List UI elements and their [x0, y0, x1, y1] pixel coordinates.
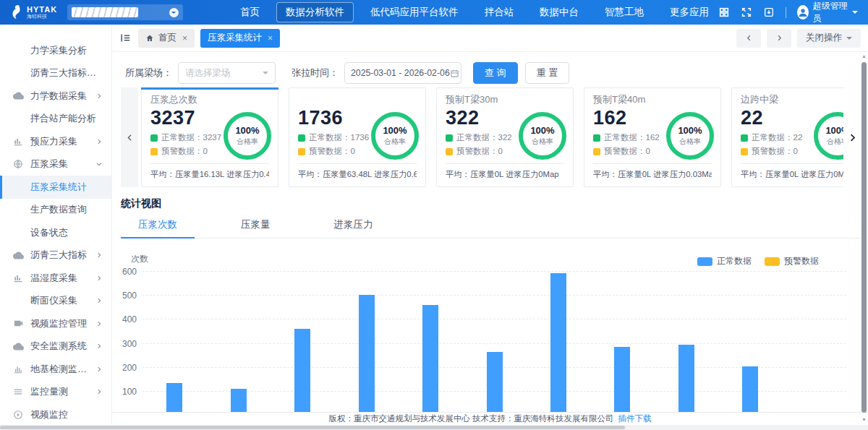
date-range-input[interactable]: 2025-03-01 - 2026-02-06 [344, 62, 461, 84]
sidebar-item-1[interactable]: 力学采集分析 [0, 39, 111, 62]
chart-icon [13, 273, 25, 283]
legend-swatch [697, 257, 712, 266]
apps-grid-icon[interactable] [718, 7, 730, 18]
chart-bar-6[interactable] [487, 352, 503, 416]
close-icon[interactable]: × [268, 33, 273, 43]
yellow-square-icon [150, 148, 158, 155]
brand-logo[interactable]: HYTAK 海特科技 [10, 5, 57, 20]
nav-item-7[interactable]: 更多应用 [660, 2, 718, 22]
horizontal-scrollbar-thumb[interactable] [0, 426, 625, 429]
nav-item-4[interactable]: 拌合站 [475, 2, 523, 22]
legend-item-2[interactable]: 预警数据 [765, 255, 819, 267]
chart-bar-8[interactable] [614, 347, 630, 416]
chart-bar-3[interactable] [294, 329, 310, 416]
nav-item-1[interactable]: 首页 [231, 2, 269, 22]
sidebar-item-8[interactable]: 生产数据查询 [0, 199, 111, 222]
download-box-icon[interactable] [763, 7, 775, 18]
nav-item-2[interactable]: 数据分析软件 [276, 2, 354, 22]
stats-view-title: 统计视图 [121, 197, 861, 210]
sidebar-item-5[interactable]: 预应力采集 [0, 130, 111, 153]
vertical-scrollbar[interactable]: ▲ ▼ [861, 53, 867, 423]
yellow-square-icon [446, 148, 453, 155]
pass-rate-label: 合格率 [532, 137, 553, 147]
user-menu[interactable]: 超级管理员 [797, 0, 858, 25]
sidebar-item-12[interactable]: 断面仪采集 [0, 290, 111, 313]
cloud-icon [13, 250, 25, 261]
card-average-text: 平均：压浆量16.13L 进浆压力0.42Map [150, 169, 269, 180]
green-square-icon [593, 134, 600, 142]
query-button[interactable]: 查 询 [473, 62, 518, 84]
sidebar-item-11[interactable]: 温湿度采集 [0, 267, 111, 290]
site-select-placeholder: 请选择梁场 [185, 67, 231, 79]
warning-data-text: 预警数据：0 [456, 146, 503, 157]
sidebar-item-14[interactable]: 安全监测系统 [0, 335, 111, 358]
summary-card-1[interactable]: 压浆总次数3237正常数据：3237预警数据：0100%合格率平均：压浆量16.… [141, 87, 278, 187]
sidebar-item-10[interactable]: 沥青三大指标 [0, 244, 111, 267]
summary-cards: 压浆总次数3237正常数据：3237预警数据：0100%合格率平均：压浆量16.… [141, 87, 843, 187]
sidebar-item-6[interactable]: 压浆采集 [0, 153, 111, 176]
main-area: 首页×压浆采集统计× 关闭操作 所属梁场： 请选择梁场 [112, 25, 868, 430]
date-filter-label: 张拉时间： [292, 66, 339, 79]
chart-bar-7[interactable] [550, 273, 566, 416]
page-tab-2[interactable]: 压浆采集统计× [200, 29, 280, 48]
nav-item-5[interactable]: 数据中台 [530, 2, 588, 22]
sidebar-item-label: 生产数据查询 [30, 203, 103, 216]
tabs-scroll-left-button[interactable] [736, 29, 761, 48]
open-page-tabs: 首页×压浆采集统计× [138, 29, 280, 48]
fullscreen-icon[interactable] [741, 7, 752, 18]
normal-data-text: 正常数据：22 [752, 132, 802, 143]
scroll-up-arrow-icon[interactable]: ▲ [861, 53, 867, 59]
nav-item-6[interactable]: 智慧工地 [595, 2, 653, 22]
warning-data-text: 预警数据：0 [309, 146, 355, 157]
vertical-scrollbar-thumb[interactable] [861, 62, 867, 413]
close-icon[interactable]: × [182, 33, 187, 43]
chart-bar-9[interactable] [678, 345, 694, 416]
horizontal-scrollbar[interactable] [0, 425, 868, 430]
chevron-right-icon [95, 343, 103, 350]
stats-tab-1[interactable]: 压浆次数 [121, 212, 195, 238]
summary-card-4[interactable]: 预制T梁40m162正常数据：162预警数据：0100%合格率平均：压浆量0L … [584, 87, 721, 187]
green-square-icon [150, 134, 158, 142]
sidebar-item-9[interactable]: 设备状态 [0, 221, 111, 244]
sidebar-item-3[interactable]: 力学数据采集 [0, 85, 111, 108]
reset-button[interactable]: 重 置 [525, 62, 570, 84]
sidebar-item-16[interactable]: 监控量测 [0, 381, 111, 404]
legend-item-1[interactable]: 正常数据 [697, 255, 752, 267]
page-tab-1[interactable]: 首页× [138, 29, 195, 48]
summary-card-2[interactable]: 1736正常数据：1736预警数据：0100%合格率平均：压浆量63.48L 进… [289, 87, 426, 187]
chart-bar-5[interactable] [422, 305, 438, 416]
sidebar-item-7[interactable]: 压浆采集统计 [0, 176, 111, 199]
scroll-down-arrow-icon[interactable]: ▼ [861, 417, 867, 423]
stats-tab-2[interactable]: 压浆量 [224, 212, 288, 238]
plugin-download-link[interactable]: 插件下载 [618, 413, 652, 424]
green-square-icon [446, 134, 453, 142]
chart-bar-4[interactable] [359, 295, 375, 416]
legend-swatch [765, 257, 780, 266]
sidebar-item-2[interactable]: 沥青三大指标分析 [0, 62, 111, 85]
page-content: 所属梁场： 请选择梁场 张拉时间： 2025-03-01 - 2026-02-0… [112, 52, 868, 430]
project-select[interactable] [67, 4, 183, 20]
sidebar-item-label: 监控量测 [30, 385, 95, 398]
site-select[interactable]: 请选择梁场 [178, 62, 276, 84]
chart-bar-1[interactable] [166, 383, 182, 416]
pass-rate-label: 合格率 [827, 137, 843, 147]
tabs-scroll-right-button[interactable] [767, 29, 791, 48]
pass-rate-ring: 100%合格率 [224, 112, 271, 160]
chevron-down-icon [169, 8, 179, 17]
nav-item-3[interactable]: 低代码应用平台软件 [361, 2, 468, 22]
y-tick-label: 300 [122, 339, 137, 349]
site-filter-label: 所属梁场： [125, 66, 172, 79]
summary-card-3[interactable]: 预制T梁30m322正常数据：322预警数据：0100%合格率平均：压浆量0L … [436, 87, 574, 187]
collapse-sidebar-icon[interactable] [119, 32, 132, 44]
summary-card-5[interactable]: 边跨中梁22正常数据：22预警数据：0100%合格率平均：压浆量0L 进浆压力0… [731, 87, 843, 187]
sidebar-item-17[interactable]: 视频监控 [0, 403, 111, 426]
chart-bar-10[interactable] [742, 366, 758, 416]
tab-bar: 首页×压浆采集统计× 关闭操作 [112, 25, 868, 52]
sidebar-item-4[interactable]: 拌合站产能分析 [0, 108, 111, 131]
sidebar-item-15[interactable]: 地基检测监控平台 [0, 358, 111, 381]
stats-tab-3[interactable]: 进浆压力 [317, 212, 391, 238]
carousel-prev-button[interactable] [121, 87, 138, 187]
carousel-next-button[interactable] [843, 87, 861, 187]
sidebar-item-13[interactable]: 视频监控管理 [0, 312, 111, 335]
close-operations-dropdown[interactable]: 关闭操作 [797, 29, 861, 48]
